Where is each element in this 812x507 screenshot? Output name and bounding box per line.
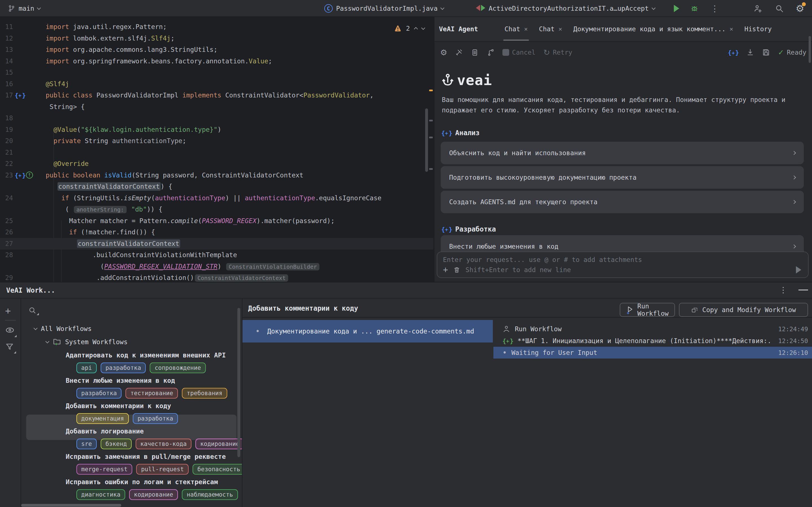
search-button[interactable]	[775, 0, 784, 17]
more-actions-button[interactable]: ⋮	[711, 0, 719, 17]
code-line[interactable]: String> {	[0, 101, 434, 113]
debug-button[interactable]	[690, 0, 699, 17]
close-icon[interactable]: ✕	[559, 25, 562, 33]
run-workflow-button[interactable]: Run Workflow	[620, 303, 675, 317]
error-stripe-mark[interactable]	[429, 168, 433, 170]
flow-icon[interactable]	[487, 48, 495, 56]
workflow-item[interactable]: Добавить логирование	[66, 425, 144, 438]
code-line[interactable]: 23{}↑public boolean isValid(String passw…	[0, 170, 434, 181]
code-line[interactable]: 17{}public class PasswordValidatorImpl i…	[0, 90, 434, 101]
close-icon[interactable]: ✕	[524, 25, 528, 33]
view-options-button[interactable]	[5, 325, 15, 336]
code-line[interactable]: ( anotherString: "db")) {	[0, 204, 434, 215]
tools-icon[interactable]	[455, 48, 463, 56]
tab-chat[interactable]: Chat✕	[534, 17, 568, 41]
code-line[interactable]: 13import org.apache.commons.lang3.String…	[0, 44, 434, 55]
hide-panel-button[interactable]	[799, 290, 808, 290]
workflow-tags: apiразработкасопровождение	[77, 361, 206, 374]
agent-action-card[interactable]: Создать AGENTS.md для текущего проекта	[441, 191, 804, 213]
code-line[interactable]: 20 private String authenticationType;	[0, 135, 434, 147]
workflow-item[interactable]: Внести любые изменения в код	[66, 374, 175, 387]
agent-panel-title: VeAI Agent	[439, 25, 478, 33]
editor-scrollbar[interactable]	[425, 108, 428, 172]
agent-description: Ваш помощник для написания кода, тестиро…	[442, 95, 800, 115]
code-line[interactable]: 12import lombok.extern.slf4j.Slf4j;	[0, 33, 434, 44]
workflow-item[interactable]: Добавить комментарии к коду	[66, 400, 171, 412]
download-icon[interactable]	[746, 48, 754, 56]
agent-action-card[interactable]: Подготовить высокоуровневую документацию…	[441, 166, 804, 189]
send-icon[interactable]	[796, 266, 801, 274]
code-line[interactable]: 28 .buildConstraintViolationWithTemplate	[0, 249, 434, 261]
tree-horizontal-scrollbar[interactable]	[21, 504, 121, 507]
workflow-tree[interactable]: All Workflows System Workflows Адаптиров…	[21, 298, 242, 507]
agent-input-box[interactable]: Enter your request... use @ or # to add …	[437, 251, 809, 278]
code-line[interactable]: 22 @Override	[0, 158, 434, 170]
agent-action-card[interactable]: Объяснить код и найти использования	[441, 142, 804, 164]
tab-history[interactable]: History	[739, 17, 777, 41]
file-widget[interactable]: C PasswordValidatorImpl.java	[324, 0, 444, 17]
retry-button[interactable]: ↻Retry	[543, 48, 572, 57]
settings-button[interactable]: ⚙	[796, 0, 804, 17]
next-issue-icon[interactable]	[421, 26, 425, 30]
agent-settings-icon[interactable]: ⚙	[440, 48, 447, 57]
filter-button[interactable]	[5, 342, 14, 352]
code-line[interactable]: 21	[0, 147, 434, 158]
work-more-button[interactable]: ⋮	[779, 285, 787, 295]
tag-pill: тестирование	[125, 388, 178, 399]
close-icon[interactable]: ✕	[730, 25, 733, 33]
veai-wordmark: veai	[457, 72, 492, 89]
code-line[interactable]: constraintValidatorContext) {	[0, 181, 434, 192]
workflow-item[interactable]: Адаптировать код к изменениям внешних AP…	[66, 349, 226, 361]
run-config-widget[interactable]: ActiveDirectoryAuthorizationIT.a…upAccep…	[476, 0, 655, 17]
trash-icon[interactable]	[453, 266, 460, 274]
document-icon[interactable]	[471, 48, 479, 56]
copy-modify-workflow-button[interactable]: Copy and Modify Workflow	[679, 303, 808, 317]
tab-документирование-кода-и-язык-коммент-[interactable]: Документирование кода и язык коммент...✕	[568, 17, 739, 41]
inspection-widget[interactable]: 2	[394, 25, 424, 32]
code-line[interactable]: 16@Slf4j	[0, 78, 434, 90]
code-line[interactable]: (PASSWORD_REGEX_VALIDATION_STR) Constrai…	[0, 261, 434, 272]
tree-vertical-scrollbar[interactable]	[238, 308, 240, 457]
code-line[interactable]: 24 if (StringUtils.isEmpty(authenticatio…	[0, 192, 434, 204]
error-stripe-mark[interactable]	[429, 136, 433, 138]
log-row[interactable]: •Waiting for User Input12:26:10	[493, 347, 812, 358]
gutter-ai-icon[interactable]: {}	[15, 90, 26, 101]
add-user-button[interactable]	[753, 0, 762, 17]
code-line[interactable]: 18	[0, 112, 434, 124]
workflow-item[interactable]: Исправить ошибки по логам и стектрейсам	[66, 476, 218, 488]
code-editor[interactable]: 11import java.util.regex.Pattern;12impor…	[0, 17, 434, 282]
tab-chat[interactable]: Chat✕	[499, 17, 533, 41]
cancel-button[interactable]: Cancel	[502, 49, 536, 56]
tree-group[interactable]: System Workflows	[46, 336, 128, 348]
code-line[interactable]: 26 if (!matcher.find()) {	[0, 226, 434, 238]
line-number: 16	[0, 78, 13, 90]
attach-plus-icon[interactable]: +	[443, 265, 448, 275]
code-line[interactable]: 25 Matcher matcher = Pattern.compile(PAS…	[0, 215, 434, 227]
add-workflow-button[interactable]: +	[5, 305, 11, 316]
error-stripe-mark[interactable]	[429, 90, 433, 91]
log-row[interactable]: {}**ШАГ 1. Инициализация и Целеполагание…	[493, 335, 812, 347]
code-line[interactable]: 19 @Value("${klaw.login.authentication.t…	[0, 124, 434, 135]
code-line[interactable]: 11import java.util.regex.Pattern;	[0, 21, 434, 33]
code-line[interactable]: 27 constraintValidatorContext	[0, 238, 434, 249]
log-row[interactable]: Run Workflow12:24:49	[493, 323, 812, 335]
gutter-ai-icon[interactable]: {}	[15, 170, 26, 181]
agent-scrollbar[interactable]	[809, 36, 811, 63]
prev-issue-icon[interactable]	[414, 27, 418, 31]
save-icon[interactable]	[762, 48, 770, 56]
code-line[interactable]: 29 .addConstraintViolation()ConstraintVa…	[0, 272, 434, 282]
overriding-method-icon[interactable]: ↑	[26, 172, 33, 179]
code-line[interactable]: 15	[0, 67, 434, 78]
branch-widget[interactable]: main	[8, 0, 40, 17]
ai-braces-icon[interactable]: {}	[728, 49, 739, 56]
workflow-item[interactable]: Исправить замечания в pull/merge реквест…	[66, 450, 226, 463]
card-label: Внести любые изменения в код	[449, 243, 559, 250]
line-number: 11	[0, 21, 13, 33]
run-button[interactable]	[674, 0, 679, 17]
inspection-count: 2	[406, 25, 410, 32]
error-stripe-mark[interactable]	[429, 120, 433, 121]
workflow-step-item[interactable]: • Документирование кода и ... generate-c…	[243, 320, 493, 342]
tree-root[interactable]: All Workflows	[34, 323, 92, 335]
code-line[interactable]: 14import org.springframework.beans.facto…	[0, 55, 434, 67]
ready-status: ✓Ready	[778, 48, 806, 57]
